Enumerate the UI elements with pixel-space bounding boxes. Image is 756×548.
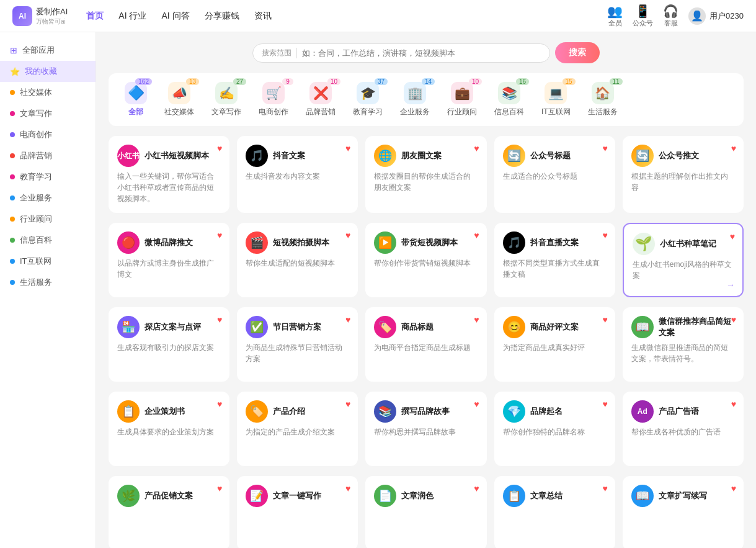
card-product-review[interactable]: ♥ 😊 商品好评文案 为指定商品生成真实好评: [494, 307, 615, 382]
card-weibo-brand[interactable]: ♥ 🔴 微博品牌推文 以品牌方或博主身份生成推广博文: [109, 223, 229, 297]
sidebar-label-social: 社交媒体: [20, 87, 52, 98]
card-icon-business-plan: 📋: [117, 400, 140, 423]
card-product-intro[interactable]: ♥ 🏷️ 产品介绍 为指定的产品生成介绍文案: [237, 392, 358, 466]
card-product-promo[interactable]: ♥ 🌿 产品促销文案: [109, 476, 229, 548]
heart-icon[interactable]: ♥: [217, 230, 222, 240]
card-product-video-script[interactable]: ♥ ▶️ 带货短视频脚本 帮你创作带货营销短视频脚本: [365, 223, 486, 297]
card-store-review[interactable]: ♥ 🏪 探店文案与点评 生成客观有吸引力的探店文案: [109, 307, 229, 382]
cat-tab-all[interactable]: 162 🔷 全部: [116, 79, 156, 120]
sidebar-item-article[interactable]: 文章写作: [0, 103, 96, 124]
card-xiaohongshu-video[interactable]: ♥ 小红书 小红书短视频脚本 输入一些关键词，帮你写适合小红书种草或者宣传商品的…: [109, 136, 229, 213]
heart-icon[interactable]: ♥: [731, 399, 736, 409]
heart-icon[interactable]: ♥: [345, 399, 350, 409]
card-article-summary[interactable]: ♥ 📋 文章总结: [494, 476, 615, 548]
member-btn[interactable]: 👥 全员: [607, 4, 623, 28]
card-title: 撰写品牌故事: [401, 406, 450, 417]
card-desc: 输入一些关键词，帮你写适合小红书种草或者宣传商品的短视频脚本。: [117, 171, 221, 204]
heart-icon[interactable]: ♥: [217, 315, 222, 325]
card-holiday-marketing[interactable]: ♥ ✅ 节日营销方案 为商品生成特殊节日营销活动方案: [237, 307, 358, 382]
card-business-plan[interactable]: ♥ 📋 企业策划书 生成具体要求的企业策划方案: [109, 392, 229, 466]
layout: ⊞ 全部应用 ⭐ 我的收藏 社交媒体 文章写作 电商创作 品牌营销 教育学习: [0, 32, 756, 548]
sidebar-item-ecommerce[interactable]: 电商创作: [0, 124, 96, 145]
user-avatar[interactable]: 👤 用户0230: [688, 7, 744, 25]
heart-icon[interactable]: ♥: [602, 230, 607, 240]
logo[interactable]: AI 爱制作AI 万物皆可ai: [12, 6, 68, 26]
card-article-expand[interactable]: ♥ 📖 文章扩写续写: [623, 476, 744, 548]
search-button[interactable]: 搜索: [555, 42, 600, 63]
heart-icon[interactable]: ♥: [345, 483, 350, 493]
card-xiaohongshu-notes[interactable]: ♥ 🌱 小红书种草笔记 生成小红书emoji风格的种草文案 →: [623, 223, 744, 297]
heart-icon[interactable]: ♥: [731, 483, 736, 493]
heart-icon[interactable]: ♥: [602, 315, 607, 325]
cards-row-3: ♥ 🏪 探店文案与点评 生成客观有吸引力的探店文案 ♥ ✅ 节日营销方案 为商品…: [109, 307, 744, 382]
heart-icon[interactable]: ♥: [474, 315, 479, 325]
cat-label-it: IT互联网: [541, 107, 571, 117]
card-header: 📖 微信群推荐商品简短文案: [631, 316, 735, 338]
nav-qa[interactable]: AI 问答: [161, 8, 189, 24]
heart-icon[interactable]: ♥: [731, 143, 736, 153]
service-btn[interactable]: 🎧 客服: [663, 4, 678, 28]
heart-icon[interactable]: ♥: [602, 399, 607, 409]
card-wechat-group-promo[interactable]: ♥ 📖 微信群推荐商品简短文案 生成微信群里推进商品的简短文案，带表情符号。: [623, 307, 744, 382]
cat-tab-life[interactable]: 11 🏠 生活服务: [579, 79, 626, 120]
heart-icon[interactable]: ♥: [345, 315, 350, 325]
heart-icon[interactable]: ♥: [217, 483, 222, 493]
card-article-polish[interactable]: ♥ 📄 文章润色: [365, 476, 486, 548]
sidebar-item-social[interactable]: 社交媒体: [0, 82, 96, 103]
card-douyin-copy[interactable]: ♥ 🎵 抖音文案 生成抖音发布内容文案: [237, 136, 358, 213]
heart-icon[interactable]: ♥: [345, 143, 350, 153]
sidebar-item-info[interactable]: 信息百科: [0, 230, 96, 251]
card-product-slogan[interactable]: ♥ Ad 产品广告语 帮你生成各种优质的广告语: [623, 392, 744, 466]
card-header: 📋 文章总结: [503, 485, 607, 507]
search-input[interactable]: [302, 48, 541, 58]
main-content: 搜索范围 搜索 162 🔷 全部 13 📣 社交媒体 27 ✍️ 文章写作: [96, 32, 756, 548]
sidebar-item-brand[interactable]: 品牌营销: [0, 145, 96, 166]
nav-news[interactable]: 资讯: [254, 8, 272, 24]
sidebar-item-enterprise[interactable]: 企业服务: [0, 187, 96, 209]
cat-tab-consult[interactable]: 10 💼 行业顾问: [438, 79, 486, 120]
heart-icon[interactable]: ♥: [474, 143, 479, 153]
heart-icon[interactable]: ♥: [474, 483, 479, 493]
card-douyin-live[interactable]: ♥ 🎵 抖音直播文案 根据不同类型直播方式生成直播文稿: [494, 223, 615, 297]
cat-tab-article[interactable]: 27 ✍️ 文章写作: [203, 79, 250, 120]
cat-icon-social: 📣: [168, 82, 190, 104]
cat-tab-it[interactable]: 15 💻 IT互联网: [533, 79, 579, 120]
card-wechat-push[interactable]: ♥ 🔄 公众号推文 根据主题的理解创作出推文内容: [623, 136, 744, 213]
cat-tab-info[interactable]: 16 📚 信息百科: [486, 79, 533, 120]
heart-icon[interactable]: ♥: [345, 230, 350, 240]
heart-icon[interactable]: ♥: [217, 399, 222, 409]
heart-icon[interactable]: ♥: [602, 483, 607, 493]
nav-share[interactable]: 分享赚钱: [205, 8, 239, 24]
card-icon-product-title: 🏷️: [374, 316, 396, 338]
sidebar-item-education[interactable]: 教育学习: [0, 166, 96, 187]
sidebar-item-industry[interactable]: 行业顾问: [0, 209, 96, 230]
card-wechat-title[interactable]: ♥ 🔄 公众号标题 生成适合的公众号标题: [494, 136, 615, 213]
heart-icon[interactable]: ♥: [474, 230, 479, 240]
heart-icon[interactable]: ♥: [602, 143, 607, 153]
wechat-btn[interactable]: 📱 公众号: [633, 4, 653, 28]
heart-icon[interactable]: ♥: [730, 231, 735, 241]
sidebar-item-favorites[interactable]: ⭐ 我的收藏: [0, 61, 96, 82]
card-icon-xhs-notes: 🌱: [633, 233, 655, 255]
card-brand-naming[interactable]: ♥ 💎 品牌起名 帮你创作独特的品牌名称: [494, 392, 615, 466]
card-friends-circle[interactable]: ♥ 🌐 朋友圈文案 根据发圈目的帮你生成适合的朋友圈文案: [365, 136, 486, 213]
sidebar-item-all[interactable]: ⊞ 全部应用: [0, 40, 96, 61]
cat-tab-ecommerce[interactable]: 9 🛒 电商创作: [250, 79, 297, 120]
nav-home[interactable]: 首页: [86, 8, 104, 24]
heart-icon[interactable]: ♥: [217, 143, 222, 153]
card-brand-story[interactable]: ♥ 📚 撰写品牌故事 帮你构思并撰写品牌故事: [365, 392, 486, 466]
cat-tab-edu[interactable]: 37 🎓 教育学习: [344, 79, 391, 120]
cat-tab-brand[interactable]: 10 ❌ 品牌营销: [297, 79, 344, 120]
sidebar-item-life[interactable]: 生活服务: [0, 272, 96, 293]
card-header: 🌱 小红书种草笔记: [633, 233, 734, 255]
card-short-video-script[interactable]: ♥ 🎬 短视频拍摄脚本 帮你生成适配的短视频脚本: [237, 223, 358, 297]
nav-industry[interactable]: AI 行业: [118, 8, 146, 24]
heart-icon[interactable]: ♥: [474, 399, 479, 409]
card-desc: 生成具体要求的企业策划方案: [117, 426, 221, 438]
cat-tab-enterprise[interactable]: 14 🏢 企业服务: [391, 79, 438, 120]
sidebar-item-it[interactable]: IT互联网: [0, 251, 96, 272]
cat-tab-social[interactable]: 13 📣 社交媒体: [156, 79, 203, 120]
card-article-oneclick[interactable]: ♥ 📝 文章一键写作: [237, 476, 358, 548]
heart-icon[interactable]: ♥: [731, 315, 736, 325]
card-product-title[interactable]: ♥ 🏷️ 商品标题 为电商平台指定商品生成标题: [365, 307, 486, 382]
